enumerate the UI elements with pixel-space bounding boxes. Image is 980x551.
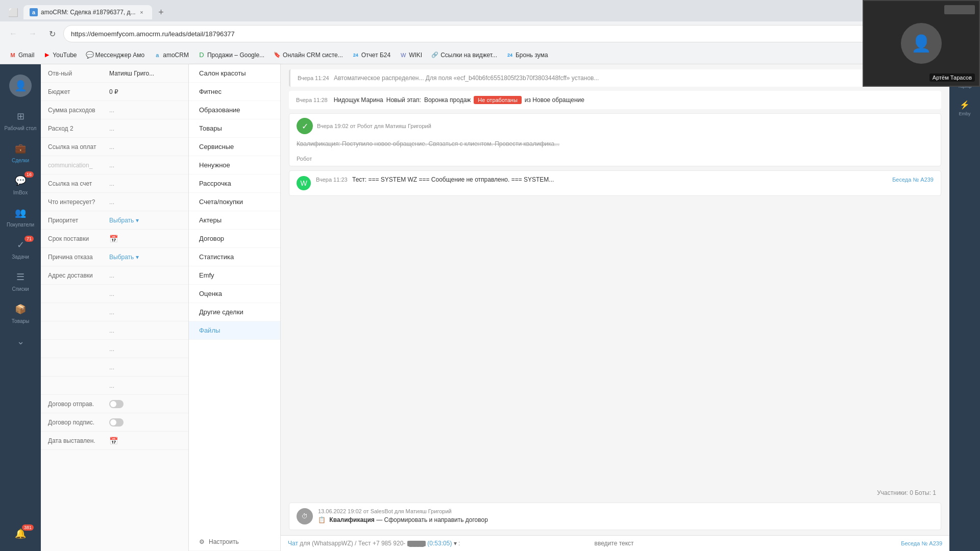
address-bar[interactable]: https://demoemfycom.amocrm.ru/leads/deta… <box>63 25 904 42</box>
field-interests-value[interactable]: ... <box>109 198 181 206</box>
field-communication-value[interactable]: ... <box>109 162 181 169</box>
field-invoice-link-value[interactable]: ... <box>109 180 181 187</box>
whatsapp-conversation-badge[interactable]: Беседа № A239 <box>892 177 934 183</box>
tab-close-button[interactable]: × <box>138 8 146 16</box>
field-priority: Приоритет Выбрать ▾ <box>41 211 188 230</box>
field-responsible-value[interactable]: Матияш Григо... <box>109 70 181 77</box>
video-avatar: 👤 <box>901 23 942 64</box>
sidebar-item-avatar: 👤 <box>0 69 41 104</box>
contract-sent-toggle[interactable] <box>109 400 124 408</box>
menu-item-otsenka[interactable]: Оценка <box>189 285 280 303</box>
menu-item-obrazovanie[interactable]: Образование <box>189 101 280 119</box>
customers-icon: 👥 <box>13 206 28 220</box>
bookmark-ssylki[interactable]: 🔗 Ссылки на виджет... <box>427 49 501 61</box>
menu-item-servisnye[interactable]: Сервисные <box>189 138 280 156</box>
sidebar-item-dashboard[interactable]: ⊞ Рабочий стол <box>0 104 41 136</box>
chat-input-separator: : <box>458 540 460 547</box>
menu-item-statistika[interactable]: Статистика <box>189 248 280 266</box>
refresh-button[interactable]: ↻ <box>44 26 60 42</box>
field-empty-1-value[interactable]: ... <box>109 290 181 297</box>
field-delivery-address-value[interactable]: ... <box>109 272 181 279</box>
new-tab-button[interactable]: + <box>154 5 168 19</box>
field-empty-6: ... <box>41 377 188 395</box>
calendar-icon[interactable]: 📅 <box>109 235 118 243</box>
back-button[interactable]: ← <box>5 26 21 42</box>
chat-chevron[interactable]: ▾ <box>454 540 457 547</box>
menu-item-rassrochka[interactable]: Рассрочка <box>189 174 280 193</box>
sidebar-imbox-label: ImBox <box>13 190 28 195</box>
menu-item-fayly[interactable]: Файлы <box>189 321 280 340</box>
field-rashod2-label: Расход 2 <box>48 125 109 132</box>
menu-item-nastroit[interactable]: ⚙ Настроить <box>189 533 280 551</box>
whatsapp-text: Тест: === SYSTEM WZ === Сообщение не отп… <box>352 176 554 183</box>
bookmark-otchet-label: Отчет Б24 <box>361 52 390 59</box>
invoice-date-calendar-icon[interactable]: 📅 <box>109 437 118 445</box>
bookmark-wiki[interactable]: W WIKI <box>396 49 426 61</box>
sidebar-item-goods[interactable]: 📦 Товары <box>0 297 41 329</box>
menu-item-salon[interactable]: Салон красоты <box>189 64 280 83</box>
sidebar-item-more[interactable]: ⌄ <box>0 329 41 354</box>
messenger-icon: 💬 <box>86 52 93 59</box>
sidebar-item-notifications[interactable]: 🔔 381 <box>0 521 41 546</box>
bookmark-messenger[interactable]: 💬 Мессенджер Амо <box>82 49 149 61</box>
menu-item-aktery[interactable]: Актеры <box>189 211 280 230</box>
bookmark-prodazhi[interactable]: D Продажи – Google... <box>194 49 268 61</box>
robot-message-card: ✓ Вчера 19:02 от Робот для Матияш Григор… <box>289 113 941 166</box>
chat-duration[interactable]: (0:53:05) <box>427 540 452 547</box>
youtube-icon: ▶ <box>43 52 51 59</box>
bookmark-otchet[interactable]: 24 Отчет Б24 <box>348 49 395 61</box>
more-icon: ⌄ <box>13 334 28 348</box>
bookmark-amocrm[interactable]: a amoCRM <box>150 49 193 61</box>
sidebar-item-lists[interactable]: ☰ Списки <box>0 265 41 297</box>
stage-change-suffix: из Новое обращение <box>525 96 584 104</box>
field-empty-2-value[interactable]: ... <box>109 309 181 316</box>
chat-text-input[interactable] <box>595 540 897 547</box>
field-empty-5-value[interactable]: ... <box>109 364 181 371</box>
stage-change-funnel: Воронка продаж <box>424 96 471 104</box>
menu-item-dogovor[interactable]: Договор <box>189 230 280 248</box>
forward-button[interactable]: → <box>24 26 41 42</box>
address-text: https://demoemfycom.amocrm.ru/leads/deta… <box>71 30 235 38</box>
sidebar-item-deals[interactable]: 💼 Сделки <box>0 136 41 168</box>
robot-avatar: ✓ <box>297 118 313 134</box>
notifications-badge: 381 <box>22 524 34 531</box>
field-refusal-reason-value[interactable]: Выбрать ▾ <box>109 254 181 261</box>
active-tab[interactable]: a amoCRM: Сделка #18796377, д... × <box>23 5 152 19</box>
field-priority-value[interactable]: Выбрать ▾ <box>109 217 181 224</box>
field-payment-link-value[interactable]: ... <box>109 143 181 151</box>
field-expenses-value[interactable]: ... <box>109 107 181 114</box>
sidebar-item-customers[interactable]: 👥 Покупатели <box>0 201 41 233</box>
right-panel-emby[interactable]: ⚡ Emby <box>949 97 980 119</box>
bookmark-messenger-label: Мессенджер Амо <box>95 52 145 59</box>
right-panel: 💡 Тариф ⚡ Emby <box>949 64 980 551</box>
field-responsible-label: Отв-ный <box>48 70 109 77</box>
field-communication-label: communication_ <box>48 162 109 169</box>
field-empty-2: ... <box>41 303 188 321</box>
chat-link[interactable]: Чат <box>288 540 298 547</box>
bookmark-gmail[interactable]: M Gmail <box>5 49 38 61</box>
menu-item-fitnes[interactable]: Фитнес <box>189 83 280 101</box>
bookmark-youtube[interactable]: ▶ YouTube <box>39 49 81 61</box>
menu-item-emfy[interactable]: Emfy <box>189 266 280 285</box>
field-rashod2-value[interactable]: ... <box>109 125 181 132</box>
sidebar-item-tasks[interactable]: ✓ Задачи 71 <box>0 233 41 265</box>
menu-item-scheta[interactable]: Счета/покупки <box>189 193 280 211</box>
field-empty-1: ... <box>41 285 188 303</box>
menu-item-tovary[interactable]: Товары <box>189 119 280 138</box>
robot-message-text: Квалификация: Поступило новое обращение.… <box>297 140 559 147</box>
emby-icon: ⚡ <box>960 100 970 110</box>
contract-signed-toggle[interactable] <box>109 418 124 427</box>
field-invoice-link-label: Ссылка на счет <box>48 180 109 187</box>
menu-item-nenuzhnoe[interactable]: Ненужное <box>189 156 280 174</box>
field-empty-6-value[interactable]: ... <box>109 382 181 389</box>
amocrm-icon: a <box>154 52 161 59</box>
field-empty-3-value[interactable]: ... <box>109 327 181 334</box>
menu-item-drugie[interactable]: Другие сделки <box>189 303 280 321</box>
sidebar-item-imbox[interactable]: 💬 ImBox 16 <box>0 168 41 201</box>
chat-conversation-badge[interactable]: Беседа № A239 <box>901 540 942 546</box>
bookmark-bronya[interactable]: 24 Бронь зума <box>502 49 552 61</box>
bookmark-online-crm[interactable]: 🔖 Онлайн CRM систе... <box>270 49 347 61</box>
field-empty-4-value[interactable]: ... <box>109 345 181 353</box>
field-contract-signed-label: Договор подпис. <box>48 419 109 426</box>
field-budget-value[interactable]: 0 ₽ <box>109 88 181 95</box>
